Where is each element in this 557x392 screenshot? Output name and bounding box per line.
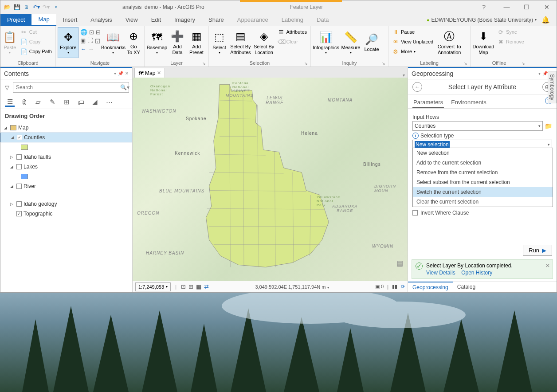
- toc-symbol[interactable]: [0, 142, 132, 152]
- map-view-tab[interactable]: 🗺 Map ✕: [134, 68, 165, 78]
- toc-layer-counties[interactable]: ◢✓ Counties: [0, 133, 132, 142]
- info-icon[interactable]: i: [412, 133, 419, 139]
- search-input[interactable]: [13, 82, 129, 93]
- tab-geoprocessing[interactable]: Geoprocessing: [408, 282, 453, 292]
- close-button[interactable]: ✕: [537, 0, 557, 14]
- pane-menu-icon[interactable]: ▾: [114, 71, 116, 76]
- checkbox-icon[interactable]: ✓: [17, 135, 22, 140]
- cut-button[interactable]: ✂Cut: [19, 27, 54, 37]
- remove-button[interactable]: ✖Remove: [495, 37, 526, 47]
- toc-layer-topographic[interactable]: ▷✓ Topographic: [0, 209, 132, 219]
- tab-share[interactable]: Share: [202, 14, 231, 26]
- sel-count-icon[interactable]: ▣ 0: [375, 284, 384, 290]
- list-by-source-icon[interactable]: 🛢: [19, 97, 29, 107]
- pane-pin-icon[interactable]: 📌: [118, 71, 123, 76]
- more-labeling-button[interactable]: ⚙More▾: [390, 47, 435, 56]
- sb-dynamic-icon[interactable]: ⇄: [204, 283, 209, 290]
- tab-view[interactable]: View: [119, 14, 145, 26]
- toc-layer-faults[interactable]: ▷ Idaho faults: [0, 152, 132, 162]
- dialog-launcher-icon[interactable]: ↘: [382, 61, 385, 66]
- qat-customize-icon[interactable]: ▾: [52, 3, 60, 11]
- dialog-launcher-icon[interactable]: ↘: [464, 61, 467, 66]
- map-menu-icon[interactable]: ▾: [400, 73, 408, 78]
- tab-catalog[interactable]: Catalog: [453, 282, 480, 292]
- pane-menu-icon[interactable]: ▾: [538, 71, 541, 76]
- pane-pin-icon[interactable]: 📌: [542, 71, 548, 76]
- locate-button[interactable]: 🔎Locate: [362, 27, 381, 58]
- map-canvas[interactable]: WASHINGTON MONTANA OREGON BLUE MOUNTAINS…: [133, 78, 408, 281]
- tab-project[interactable]: Project: [0, 14, 31, 26]
- tab-labeling[interactable]: Labeling: [275, 14, 310, 26]
- dialog-launcher-icon[interactable]: ↘: [522, 61, 525, 66]
- view-unplaced-button[interactable]: 👁View Unplaced: [390, 37, 435, 47]
- basemap-button[interactable]: 🗺Basemap▾: [146, 27, 168, 58]
- checkbox-icon[interactable]: [16, 154, 22, 160]
- toc-map-frame[interactable]: ◢ Map: [0, 123, 132, 133]
- symbology-tab[interactable]: Symbology: [548, 71, 557, 103]
- zoom-fixed-out-icon[interactable]: ⊟: [96, 29, 101, 35]
- explore-button[interactable]: ✥Explore▾: [58, 27, 78, 58]
- dropdown-option[interactable]: Remove from the current selection: [413, 168, 553, 177]
- tab-edit[interactable]: Edit: [145, 14, 168, 26]
- download-map-button[interactable]: ⬇Download Map: [472, 27, 494, 58]
- dropdown-option[interactable]: Select subset from the current selection: [413, 177, 553, 187]
- browse-folder-icon[interactable]: 📁: [545, 122, 552, 129]
- convert-annotation-button[interactable]: ⒶConvert To Annotation: [436, 27, 463, 58]
- infographics-button[interactable]: 📊Infographics▾: [313, 27, 339, 58]
- qat-saveas-icon[interactable]: 🗎: [23, 3, 31, 11]
- refresh-icon[interactable]: ⟳: [401, 284, 405, 290]
- sync-button[interactable]: ⟳Sync: [495, 27, 526, 37]
- sb-grid-icon[interactable]: ▦: [196, 283, 201, 290]
- minimize-button[interactable]: —: [497, 0, 517, 14]
- tab-imagery[interactable]: Imagery: [168, 14, 202, 26]
- tab-insert[interactable]: Insert: [56, 14, 84, 26]
- checkbox-icon[interactable]: [16, 201, 22, 207]
- run-button[interactable]: Run▶: [523, 245, 552, 256]
- qat-redo-icon[interactable]: ↷▾: [42, 3, 50, 11]
- close-tab-icon[interactable]: ✕: [157, 70, 161, 76]
- sb-constraint-icon[interactable]: ⊡: [181, 283, 186, 290]
- list-by-perspective-icon[interactable]: ◢: [90, 97, 100, 107]
- dialog-launcher-icon[interactable]: ↘: [202, 61, 206, 66]
- tab-parameters[interactable]: Parameters: [412, 97, 444, 108]
- tab-data[interactable]: Data: [310, 14, 335, 26]
- zoom-layer-icon[interactable]: ◱: [95, 37, 100, 44]
- checkbox-icon[interactable]: ✓: [16, 211, 22, 216]
- toc-layer-geology[interactable]: ▷ Idaho geology: [0, 199, 132, 209]
- invert-where-row[interactable]: Invert Where Clause: [412, 210, 552, 216]
- notifications-icon[interactable]: 🔔: [541, 16, 550, 24]
- zoom-full-icon[interactable]: 🌐: [80, 29, 87, 35]
- list-by-editing-icon[interactable]: ✎: [47, 97, 57, 107]
- pane-close-icon[interactable]: ✕: [125, 71, 129, 76]
- paste-button[interactable]: 📋Paste▾: [2, 27, 18, 58]
- tab-map[interactable]: Map: [31, 14, 56, 26]
- next-extent-icon[interactable]: →: [88, 46, 94, 52]
- tab-environments[interactable]: Environments: [450, 97, 487, 108]
- more-options-icon[interactable]: ⋯: [104, 97, 114, 107]
- checkbox-icon[interactable]: [16, 184, 22, 189]
- bookmarks-button[interactable]: 📖Bookmarks▾: [102, 27, 124, 58]
- zoom-sel-icon[interactable]: ▣: [80, 37, 86, 44]
- checkbox-icon[interactable]: [16, 164, 22, 169]
- qat-save-icon[interactable]: 💾: [13, 3, 21, 11]
- pause-draw-icon[interactable]: ▮▮: [392, 284, 397, 290]
- user-info[interactable]: ● EDWINDEYOUNG (Boise State University) …: [427, 17, 537, 23]
- measure-button[interactable]: 📏Measure▾: [340, 27, 361, 58]
- dropdown-option[interactable]: New selection: [413, 148, 553, 158]
- maximize-button[interactable]: ☐: [517, 0, 537, 14]
- back-button[interactable]: ←: [412, 82, 422, 92]
- clear-button[interactable]: ⌫Clear: [276, 37, 309, 47]
- view-details-link[interactable]: View Details: [426, 270, 455, 276]
- goto-xy-button[interactable]: ⊕Go To XY: [125, 27, 142, 58]
- select-button[interactable]: ⬚Select▾: [211, 27, 228, 58]
- dismiss-status-icon[interactable]: ✕: [545, 263, 550, 269]
- checkbox-icon[interactable]: [412, 210, 418, 216]
- search-icon[interactable]: 🔍▾: [120, 84, 129, 90]
- list-by-labeling-icon[interactable]: 🏷: [76, 97, 86, 107]
- toc-layer-river[interactable]: ◢ River: [0, 181, 132, 191]
- select-by-attr-button[interactable]: ▤Select By Attributes: [229, 27, 252, 58]
- pause-labeling-button[interactable]: ⏸Pause: [390, 27, 435, 37]
- dialog-launcher-icon[interactable]: ↘: [304, 61, 308, 66]
- toc-symbol[interactable]: [0, 172, 132, 181]
- scale-combo[interactable]: 1:7,249,053▾: [135, 282, 171, 291]
